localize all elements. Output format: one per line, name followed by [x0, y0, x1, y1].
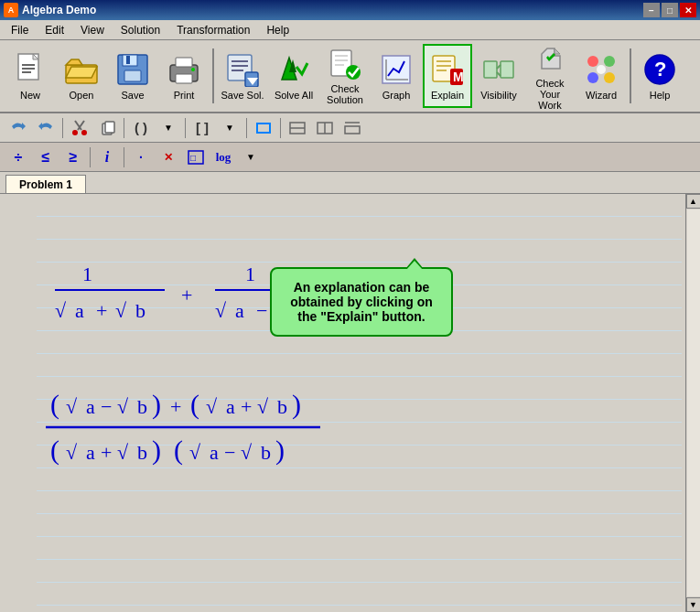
t2-sep-1 — [62, 118, 63, 138]
t2-sep-4 — [246, 118, 247, 138]
wizard-button[interactable]: Wizard — [576, 44, 626, 108]
app-icon: A — [4, 3, 18, 17]
svg-text:√: √ — [241, 441, 253, 464]
scroll-up-button[interactable]: ▲ — [686, 194, 701, 209]
svg-text:b: b — [137, 395, 147, 418]
new-button[interactable]: New — [5, 44, 55, 108]
copy-button[interactable] — [94, 116, 120, 140]
graph-button[interactable]: Graph — [372, 44, 421, 108]
menu-edit[interactable]: Edit — [38, 22, 71, 38]
t2-sep-5 — [280, 118, 281, 138]
scroll-down-button[interactable]: ▼ — [686, 597, 701, 612]
help-button[interactable]: ? Help — [635, 44, 684, 108]
svg-point-41 — [604, 56, 615, 67]
geq-symbol[interactable]: ≥ — [60, 145, 86, 169]
svg-text:b: b — [135, 299, 145, 322]
svg-text:): ) — [292, 389, 301, 420]
paren-button[interactable]: ( ) — [128, 116, 154, 140]
bracket-button[interactable]: [ ] — [189, 116, 215, 140]
check-solution-label: Check Solution — [323, 83, 367, 105]
t2-sep-2 — [124, 118, 124, 138]
svg-text:a: a — [86, 441, 95, 464]
math-drop[interactable]: ▼ — [238, 145, 264, 169]
explain-icon: M — [429, 51, 466, 88]
redo-button[interactable] — [33, 116, 59, 140]
svg-text:b: b — [277, 395, 287, 418]
help-label: Help — [650, 90, 671, 101]
toolbar-sep-1 — [212, 48, 214, 103]
new-label: New — [20, 90, 40, 101]
svg-text:b: b — [137, 441, 147, 464]
visibility-button[interactable]: Visibility — [474, 44, 523, 108]
save-button[interactable]: Save — [108, 44, 157, 108]
svg-point-40 — [587, 56, 598, 67]
open-button[interactable]: Open — [57, 44, 106, 108]
check-solution-button[interactable]: Check Solution — [320, 44, 370, 108]
svg-text:+: + — [101, 441, 112, 464]
svg-text:b: b — [261, 441, 271, 464]
log-symbol[interactable]: log — [210, 145, 236, 169]
titlebar-buttons[interactable]: − □ ✕ — [643, 3, 696, 17]
svg-text:+: + — [96, 299, 107, 322]
save-sol-button[interactable]: Save Sol. — [218, 44, 267, 108]
svg-text:+: + — [181, 284, 192, 306]
svg-rect-53 — [257, 123, 270, 133]
tabbar: Problem 1 — [0, 172, 700, 194]
graph-icon — [378, 51, 415, 88]
undo-button[interactable] — [5, 116, 31, 140]
div-symbol[interactable]: ÷ — [5, 145, 31, 169]
print-button[interactable]: Print — [159, 44, 209, 108]
svg-text:M: M — [453, 70, 464, 84]
svg-rect-11 — [176, 74, 192, 83]
menu-view[interactable]: View — [73, 22, 112, 38]
save-icon — [114, 51, 151, 88]
tb-extra-2[interactable] — [312, 116, 338, 140]
svg-text:√: √ — [206, 395, 218, 418]
tb-extra-1[interactable] — [285, 116, 310, 140]
bracket-drop-button[interactable]: ▼ — [217, 116, 242, 140]
visibility-label: Visibility — [480, 90, 517, 101]
italic-i-symbol[interactable]: i — [94, 145, 120, 169]
cross-symbol[interactable]: ✕ — [156, 145, 181, 169]
menu-solution[interactable]: Solution — [113, 22, 167, 38]
svg-text:√: √ — [215, 299, 227, 322]
svg-text:(: ( — [174, 435, 183, 466]
svg-text:(: ( — [50, 389, 59, 420]
svg-text:1: 1 — [245, 263, 255, 285]
maximize-button[interactable]: □ — [662, 3, 678, 17]
explain-button[interactable]: M Explain — [423, 44, 472, 108]
visibility-icon — [480, 51, 517, 88]
menu-transformation[interactable]: Transformation — [169, 22, 257, 38]
t3-sep-1 — [90, 147, 91, 167]
paren-drop-button[interactable]: ▼ — [156, 116, 181, 140]
explain-label: Explain — [431, 90, 464, 101]
svg-text:): ) — [152, 435, 161, 466]
problem-1-tab[interactable]: Problem 1 — [5, 175, 86, 193]
menu-file[interactable]: File — [4, 22, 36, 38]
svg-text:√: √ — [257, 395, 269, 418]
leq-symbol[interactable]: ≤ — [33, 145, 59, 169]
svg-text:−: − — [256, 299, 267, 322]
minimize-button[interactable]: − — [643, 3, 660, 17]
svg-text:a: a — [226, 395, 235, 418]
svg-point-49 — [72, 130, 78, 135]
t3-sep-2 — [124, 147, 124, 167]
scroll-track[interactable] — [687, 209, 700, 596]
box-mult[interactable]: □ — [183, 145, 209, 169]
right-scrollbar[interactable]: ▲ ▼ — [685, 194, 700, 612]
svg-text:√: √ — [115, 299, 127, 322]
menu-help[interactable]: Help — [259, 22, 296, 38]
main-toolbar: New Open Save — [0, 40, 700, 113]
svg-text:): ) — [275, 435, 285, 466]
close-button[interactable]: ✕ — [680, 3, 696, 17]
svg-text:a: a — [86, 395, 95, 418]
open-label: Open — [70, 90, 94, 101]
mult-symbol[interactable]: · — [128, 145, 154, 169]
sel-rect-button[interactable] — [251, 116, 276, 140]
tb-extra-3[interactable] — [339, 116, 365, 140]
solve-all-button[interactable]: Solve All — [269, 44, 318, 108]
svg-text:−: − — [224, 441, 235, 464]
cut-button[interactable] — [67, 116, 92, 140]
check-work-button[interactable]: Check Your Work — [525, 44, 575, 108]
check-work-label: Check Your Work — [528, 78, 572, 111]
